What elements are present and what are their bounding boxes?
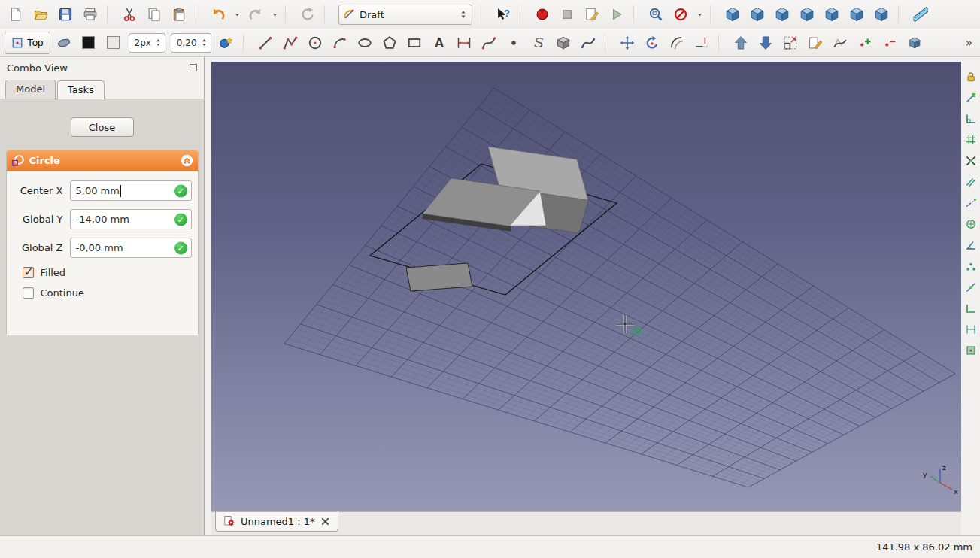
redo-arrow-button[interactable] — [269, 3, 280, 26]
snap-workingplane-button[interactable] — [963, 343, 978, 358]
line-color-button[interactable] — [77, 32, 100, 54]
document-tab[interactable]: Unnamed1 : 1* — [215, 512, 338, 532]
draft-facebinder-button[interactable] — [552, 32, 575, 54]
snap-parallel-button[interactable] — [963, 174, 978, 190]
scale-spinner[interactable]: 0,20 — [171, 33, 211, 53]
tab-tasks[interactable]: Tasks — [57, 80, 105, 99]
close-task-button[interactable]: Close — [71, 117, 134, 137]
autogroup-icon — [219, 35, 234, 50]
3d-scene[interactable]: z x y — [211, 62, 961, 511]
draft-move-button[interactable] — [616, 32, 639, 54]
macro-edit-button[interactable] — [581, 3, 603, 26]
redo-button[interactable] — [244, 3, 267, 26]
undo-arrow-button[interactable] — [232, 3, 242, 26]
draft-upgrade-button[interactable] — [730, 32, 752, 54]
draft-circle-button[interactable] — [304, 32, 326, 54]
macro-play-button[interactable] — [605, 3, 628, 26]
undo-button[interactable] — [207, 3, 229, 26]
snap-lock-button[interactable] — [963, 69, 978, 84]
linewidth-spinner[interactable]: 2px — [129, 33, 165, 53]
clip-arrow-button[interactable] — [694, 3, 705, 26]
global-y-input[interactable]: -14,00 mm — [70, 209, 192, 229]
view-left-button[interactable] — [870, 3, 893, 26]
draft-rotate-button[interactable] — [641, 32, 663, 54]
model-geometry[interactable] — [370, 147, 617, 295]
construction-mode-button[interactable] — [53, 32, 75, 54]
toolbar-separator — [324, 5, 330, 23]
view-rear-button[interactable] — [821, 3, 843, 26]
draft-addpoint-button[interactable] — [854, 32, 876, 54]
workbench-selector[interactable]: Draft — [338, 5, 472, 25]
measure-distance-button[interactable] — [909, 3, 932, 26]
draft-dimension-button[interactable] — [453, 32, 475, 54]
macro-stop-button[interactable] — [556, 3, 578, 26]
global-z-value: -0,00 mm — [76, 242, 123, 253]
draft-arc-button[interactable] — [329, 32, 351, 54]
snap-near-button[interactable] — [963, 280, 978, 295]
draft-trimex-button[interactable] — [690, 32, 713, 54]
autogroup-button[interactable] — [215, 32, 238, 54]
zoom-box-button[interactable] — [645, 3, 667, 26]
paste-button[interactable] — [168, 3, 190, 26]
snap-angle-icon — [965, 239, 977, 251]
filled-checkbox[interactable] — [23, 267, 34, 278]
draft-point-button[interactable] — [502, 32, 525, 54]
new-document-button[interactable] — [5, 3, 27, 26]
view-front-button[interactable] — [746, 3, 769, 26]
draft-scale-button[interactable] — [779, 32, 802, 54]
small-rectangle[interactable] — [406, 263, 472, 291]
tab-model[interactable]: Model — [5, 80, 56, 99]
draft-bezcurve-button[interactable] — [577, 32, 599, 54]
3d-viewport[interactable]: z x y — [211, 62, 961, 511]
clipping-plane-button[interactable] — [669, 3, 692, 26]
draft-polygon-button[interactable] — [378, 32, 401, 54]
print-button[interactable] — [79, 3, 102, 26]
view-isometric-button[interactable] — [721, 3, 744, 26]
task-section-header[interactable]: Circle — [7, 150, 198, 171]
save-document-button[interactable] — [54, 3, 77, 26]
snap-grid-button[interactable] — [963, 132, 978, 147]
workplane-button[interactable]: Top — [5, 32, 50, 54]
snap-special-button[interactable] — [963, 259, 978, 274]
refresh-button[interactable] — [296, 3, 319, 26]
collapse-task-icon[interactable] — [181, 154, 193, 167]
view-top-button[interactable] — [771, 3, 793, 26]
face-color-button[interactable] — [102, 32, 125, 54]
float-panel-icon[interactable] — [190, 64, 197, 71]
copy-button[interactable] — [143, 3, 165, 26]
toolbar-overflow[interactable]: » — [963, 36, 975, 50]
draft-line-button[interactable] — [254, 32, 277, 54]
draft-bspline-button[interactable] — [478, 32, 500, 54]
snap-ortho-button[interactable] — [963, 301, 978, 316]
draft-ellipse-button[interactable] — [353, 32, 376, 54]
draft-edit-button[interactable] — [804, 32, 827, 54]
draft-draft2sketch-button[interactable] — [903, 32, 926, 54]
toolbar-separator — [718, 34, 724, 52]
snap-intersection-button[interactable] — [963, 153, 978, 168]
draft-shapestring-button[interactable]: S — [527, 32, 550, 54]
snap-perpendicular-button[interactable] — [963, 111, 978, 126]
center-x-input[interactable]: 5,00 mm — [70, 180, 192, 201]
draft-downgrade-button[interactable] — [754, 32, 777, 54]
draft-text-button[interactable]: A — [428, 32, 451, 54]
snap-angle-button[interactable] — [963, 238, 978, 253]
cut-button[interactable] — [118, 3, 141, 26]
snap-dimensions-button[interactable] — [963, 322, 978, 337]
snap-endpoint-button[interactable] — [963, 90, 978, 105]
snap-center-button[interactable] — [963, 217, 978, 232]
continue-checkbox[interactable] — [23, 287, 34, 299]
whatsthis-button[interactable]: ? — [492, 3, 514, 26]
draft-wire2bspline-button[interactable] — [829, 32, 851, 54]
view-right-button[interactable] — [796, 3, 818, 26]
draft-delpoint-button[interactable] — [878, 32, 901, 54]
close-tab-icon[interactable] — [320, 517, 330, 526]
view-left-icon — [874, 7, 889, 22]
draft-rectangle-button[interactable] — [403, 32, 426, 54]
snap-extension-button[interactable] — [963, 196, 978, 211]
global-z-input[interactable]: -0,00 mm — [70, 238, 192, 258]
draft-offset-button[interactable] — [666, 32, 688, 54]
macro-record-button[interactable] — [531, 3, 554, 26]
view-bottom-button[interactable] — [845, 3, 868, 26]
open-document-button[interactable] — [29, 3, 52, 26]
draft-wire-button[interactable] — [279, 32, 302, 54]
